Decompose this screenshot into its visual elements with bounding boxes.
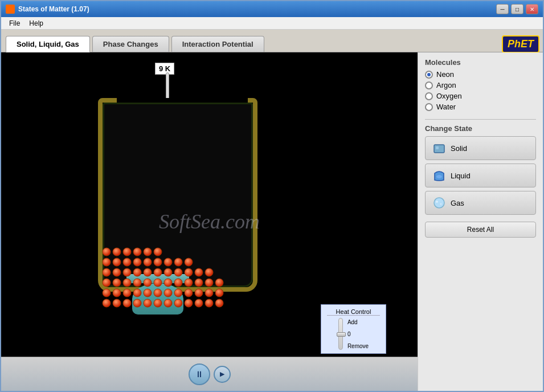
menu-help[interactable]: Help: [24, 18, 48, 28]
radio-item-argon[interactable]: Argon: [425, 81, 536, 89]
svg-point-55: [185, 258, 193, 266]
svg-point-36: [103, 268, 111, 276]
svg-point-67: [440, 203, 442, 205]
heat-remove-label: Remove: [347, 343, 369, 349]
temperature-value: 9 K: [159, 64, 170, 73]
svg-rect-63: [436, 146, 439, 149]
step-button[interactable]: ▶: [214, 366, 231, 383]
svg-point-60: [144, 248, 152, 256]
svg-point-57: [113, 248, 121, 256]
svg-point-49: [123, 258, 131, 266]
vessel-top-opening: [117, 98, 248, 103]
svg-rect-62: [434, 145, 444, 153]
window-title: States of Matter (1.07): [18, 5, 89, 13]
tab-phase-changes[interactable]: Phase Changes: [92, 36, 169, 52]
solid-button[interactable]: Solid: [425, 136, 536, 160]
svg-point-7: [174, 299, 182, 307]
gas-icon: [432, 196, 446, 210]
svg-point-46: [205, 268, 213, 276]
svg-point-8: [185, 299, 193, 307]
minimize-button[interactable]: ─: [496, 4, 509, 14]
svg-point-53: [164, 258, 172, 266]
svg-point-37: [113, 268, 121, 276]
svg-point-35: [215, 279, 223, 287]
phet-logo: PhET: [502, 35, 539, 53]
svg-point-16: [144, 289, 152, 297]
svg-point-18: [164, 289, 172, 297]
svg-point-31: [174, 279, 182, 287]
svg-point-20: [185, 289, 193, 297]
app-icon: [6, 5, 15, 14]
molecules-display: [101, 223, 226, 315]
svg-point-6: [164, 299, 172, 307]
main-window: States of Matter (1.07) ─ □ ✕ File Help …: [0, 0, 544, 392]
pause-button[interactable]: ⏸: [189, 364, 210, 385]
svg-point-48: [113, 258, 121, 266]
radio-item-oxygen[interactable]: Oxygen: [425, 92, 536, 100]
svg-point-32: [185, 279, 193, 287]
svg-point-10: [205, 299, 213, 307]
heat-add-label: Add: [347, 319, 369, 325]
radio-neon[interactable]: [425, 71, 433, 79]
svg-point-59: [133, 248, 141, 256]
svg-point-43: [174, 268, 182, 276]
svg-point-1: [113, 299, 121, 307]
svg-point-44: [185, 268, 193, 276]
svg-point-33: [195, 279, 203, 287]
svg-point-22: [205, 289, 213, 297]
maximize-button[interactable]: □: [511, 4, 523, 14]
svg-point-17: [154, 289, 162, 297]
menu-bar: File Help: [1, 17, 543, 30]
svg-point-24: [103, 279, 111, 287]
svg-point-64: [436, 175, 442, 178]
svg-point-58: [123, 248, 131, 256]
tab-interaction-potential[interactable]: Interaction Potential: [171, 36, 264, 52]
svg-point-66: [436, 201, 438, 203]
svg-point-65: [434, 198, 444, 208]
svg-point-28: [144, 279, 152, 287]
tab-solid-liquid-gas[interactable]: Solid, Liquid, Gas: [6, 36, 90, 52]
svg-point-11: [215, 299, 223, 307]
svg-point-51: [144, 258, 152, 266]
svg-point-9: [195, 299, 203, 307]
solid-icon: [432, 141, 446, 155]
close-button[interactable]: ✕: [526, 4, 538, 14]
heat-slider-track[interactable]: [338, 318, 343, 350]
svg-point-47: [103, 258, 111, 266]
playback-controls: ⏸ ▶: [1, 357, 418, 391]
title-bar: States of Matter (1.07) ─ □ ✕: [1, 1, 543, 17]
svg-point-14: [123, 289, 131, 297]
radio-water[interactable]: [425, 103, 433, 111]
heat-zero-label: 0: [347, 331, 369, 337]
svg-point-13: [113, 289, 121, 297]
gas-button[interactable]: Gas: [425, 191, 536, 215]
title-controls: ─ □ ✕: [496, 4, 538, 14]
heat-slider-thumb[interactable]: [337, 332, 346, 337]
radio-item-neon[interactable]: Neon: [425, 70, 536, 79]
main-content: 9 K: [1, 52, 543, 391]
svg-point-45: [195, 268, 203, 276]
svg-point-54: [174, 258, 182, 266]
svg-point-39: [133, 268, 141, 276]
heat-slider-container: [338, 318, 343, 350]
reset-all-button[interactable]: Reset All: [425, 222, 536, 238]
svg-point-61: [154, 248, 162, 256]
svg-point-38: [123, 268, 131, 276]
menu-file[interactable]: File: [5, 18, 24, 28]
simulation-area: 9 K: [1, 52, 418, 391]
svg-point-5: [154, 299, 162, 307]
liquid-button[interactable]: Liquid: [425, 164, 536, 187]
radio-argon[interactable]: [425, 81, 433, 89]
svg-point-30: [164, 279, 172, 287]
radio-item-water[interactable]: Water: [425, 103, 536, 111]
radio-oxygen[interactable]: [425, 92, 433, 100]
svg-point-50: [133, 258, 141, 266]
svg-point-34: [205, 279, 213, 287]
svg-point-25: [113, 279, 121, 287]
svg-point-41: [154, 268, 162, 276]
svg-point-56: [103, 248, 111, 256]
molecules-radio-group: Neon Argon Oxygen Water: [425, 70, 536, 111]
svg-point-19: [174, 289, 182, 297]
change-state-section-title: Change State: [425, 124, 536, 133]
right-panel: Molecules Neon Argon Oxygen Water: [418, 52, 543, 391]
